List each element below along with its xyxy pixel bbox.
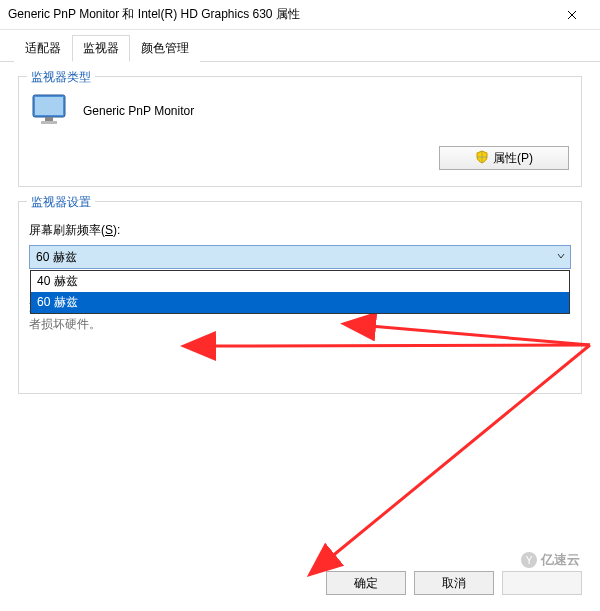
apply-button — [502, 571, 582, 595]
properties-dialog: Generic PnP Monitor 和 Intel(R) HD Graphi… — [0, 0, 600, 611]
tab-bar: 适配器 监视器 颜色管理 — [0, 30, 600, 62]
tab-content: 监视器类型 Generic PnP Monitor 属性(P) 监视器设置 屏 — [0, 62, 600, 404]
refresh-rate-dropdown: 40 赫兹 60 赫兹 — [30, 270, 570, 314]
chevron-down-icon — [556, 250, 566, 264]
watermark-text: 亿速云 — [541, 551, 580, 569]
refresh-rate-selected: 60 赫兹 — [36, 249, 77, 266]
close-button[interactable] — [552, 0, 592, 30]
close-icon — [567, 10, 577, 20]
window-title: Generic PnP Monitor 和 Intel(R) HD Graphi… — [8, 6, 552, 23]
watermark: Y 亿速云 — [521, 551, 580, 569]
tab-monitor[interactable]: 监视器 — [72, 35, 130, 62]
monitor-type-group: 监视器类型 Generic PnP Monitor 属性(P) — [18, 76, 582, 187]
tab-adapter[interactable]: 适配器 — [14, 35, 72, 62]
ok-button[interactable]: 确定 — [326, 571, 406, 595]
svg-rect-3 — [41, 121, 57, 124]
refresh-rate-select[interactable]: 60 赫兹 40 赫兹 60 赫兹 — [29, 245, 571, 269]
monitor-icon — [31, 93, 71, 128]
monitor-settings-group: 监视器设置 屏幕刷新频率(S): 60 赫兹 40 赫兹 60 赫兹 如果不复选… — [18, 201, 582, 394]
monitor-info-row: Generic PnP Monitor — [31, 93, 569, 128]
monitor-name: Generic PnP Monitor — [83, 104, 194, 118]
svg-rect-1 — [35, 97, 63, 115]
monitor-type-legend: 监视器类型 — [27, 69, 95, 86]
shield-icon — [475, 150, 489, 167]
refresh-rate-label: 屏幕刷新频率(S): — [29, 222, 571, 239]
cloud-icon: Y — [521, 552, 537, 568]
tab-color-management[interactable]: 颜色管理 — [130, 35, 200, 62]
properties-button-label: 属性(P) — [493, 150, 533, 167]
refresh-option-40hz[interactable]: 40 赫兹 — [31, 271, 569, 292]
svg-rect-2 — [45, 117, 53, 121]
cancel-button[interactable]: 取消 — [414, 571, 494, 595]
titlebar: Generic PnP Monitor 和 Intel(R) HD Graphi… — [0, 0, 600, 30]
refresh-option-60hz[interactable]: 60 赫兹 — [31, 292, 569, 313]
dialog-footer: 确定 取消 — [326, 571, 582, 595]
monitor-settings-legend: 监视器设置 — [27, 194, 95, 211]
properties-button[interactable]: 属性(P) — [439, 146, 569, 170]
